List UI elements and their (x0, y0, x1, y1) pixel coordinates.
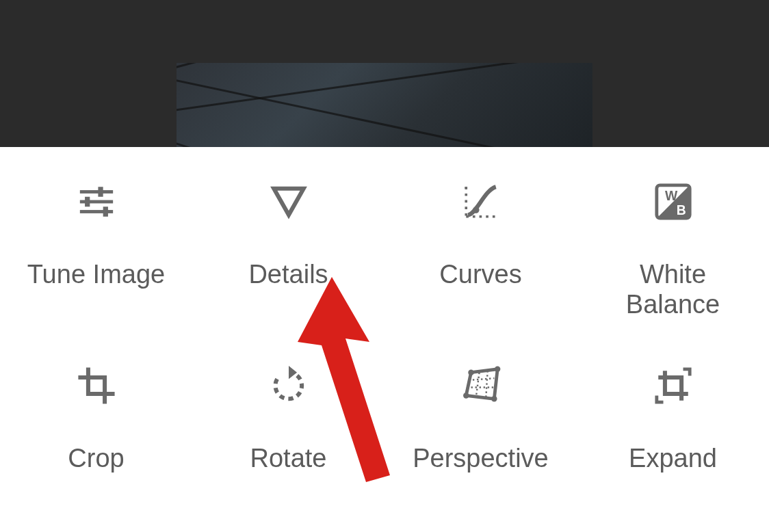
perspective-icon (461, 355, 501, 416)
svg-point-16 (468, 369, 473, 375)
tool-label: Tune Image (27, 260, 165, 290)
tool-label: White Balance (626, 260, 720, 319)
tool-tune-image[interactable]: Tune Image (0, 164, 192, 348)
tool-label: Crop (68, 444, 124, 474)
svg-rect-4 (85, 197, 90, 207)
svg-marker-14 (289, 366, 297, 379)
expand-icon (653, 355, 693, 416)
tune-icon (77, 171, 116, 232)
details-icon (269, 171, 309, 232)
tool-label: Details (248, 260, 328, 290)
tool-white-balance[interactable]: W B White Balance (577, 164, 769, 348)
rotate-icon (269, 355, 309, 416)
svg-point-18 (491, 396, 497, 401)
crop-icon (77, 355, 116, 416)
tool-label: Curves (439, 260, 521, 290)
tool-label: Perspective (413, 444, 549, 474)
svg-rect-5 (103, 207, 107, 217)
tool-curves[interactable]: Curves (384, 164, 577, 348)
photo-preview (177, 63, 592, 147)
svg-point-19 (463, 393, 469, 398)
svg-point-10 (472, 207, 479, 213)
svg-rect-2 (79, 210, 112, 213)
svg-text:W: W (664, 189, 677, 203)
tool-details[interactable]: Details (192, 164, 384, 348)
tool-label: Expand (629, 444, 717, 474)
svg-text:B: B (676, 203, 686, 217)
tool-rotate[interactable]: Rotate (192, 348, 384, 532)
svg-line-23 (486, 371, 487, 398)
svg-marker-6 (274, 189, 304, 215)
tools-panel: Tune Image Details (0, 147, 769, 532)
svg-rect-3 (98, 187, 103, 197)
tool-crop[interactable]: Crop (0, 348, 192, 532)
white-balance-icon: W B (653, 171, 693, 232)
svg-rect-0 (79, 190, 112, 194)
tool-perspective[interactable]: Perspective (384, 348, 577, 532)
photo-preview-area (0, 0, 769, 147)
svg-point-17 (494, 367, 499, 372)
svg-line-20 (472, 378, 493, 380)
tool-expand[interactable]: Expand (577, 348, 769, 532)
svg-line-22 (475, 373, 479, 397)
tool-label: Rotate (250, 444, 327, 474)
curves-icon (461, 171, 501, 232)
